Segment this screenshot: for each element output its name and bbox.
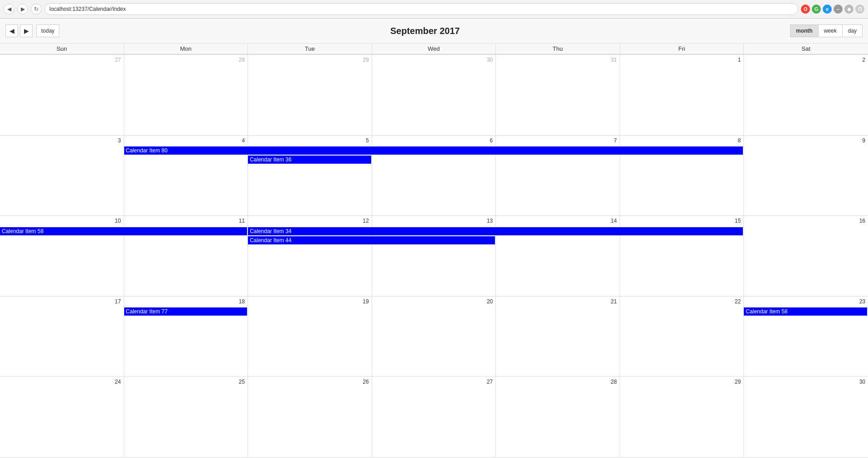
calendar-nav: ◀ ▶ [5, 24, 33, 37]
calendar-event[interactable]: Calendar Item 58 [0, 227, 247, 235]
calendar-cell[interactable]: 22 [620, 297, 744, 377]
browser-icon-ext2: e [823, 5, 832, 14]
calendar-cell[interactable]: 30 [744, 377, 868, 458]
calendar-cell[interactable]: 29 [248, 55, 372, 136]
calendar-cell[interactable]: 24 [0, 377, 124, 458]
calendar-date-number: 17 [2, 297, 122, 307]
calendar-date-number: 28 [126, 56, 246, 65]
browser-icon-ext4: ◆ [844, 5, 853, 14]
browser-icon-ext5: ⏱ [855, 5, 864, 14]
calendar-prev-button[interactable]: ◀ [5, 24, 18, 37]
calendar-cell[interactable]: 1 [620, 55, 744, 136]
calendar-cell[interactable]: 20 [372, 297, 496, 377]
calendar-event[interactable]: Calendar Item 80 [124, 146, 743, 155]
calendar-date-number: 10 [2, 217, 122, 226]
calendar-header: ◀ ▶ today September 2017 month week day [0, 19, 868, 44]
calendar-date-number: 18 [126, 297, 246, 307]
calendar-cell[interactable]: 26 [248, 377, 372, 458]
calendar-day-view-button[interactable]: day [842, 24, 863, 37]
calendar-date-number: 26 [250, 378, 370, 387]
browser-icons: O G e – ◆ ⏱ [801, 5, 864, 14]
calendar-cell[interactable]: 30 [372, 55, 496, 136]
calendar-date-number: 29 [622, 378, 742, 387]
calendar-cell[interactable]: 27 [372, 377, 496, 458]
calendar-next-button[interactable]: ▶ [20, 24, 33, 37]
calendar-cell[interactable]: 21 [496, 297, 620, 377]
day-name-fri: Fri [620, 44, 744, 54]
calendar-title: September 2017 [59, 26, 790, 36]
calendar-date-number: 27 [2, 56, 122, 65]
calendar-cell[interactable]: 29 [620, 377, 744, 458]
calendar-date-number: 19 [250, 297, 370, 307]
calendar-date-number: 22 [622, 297, 742, 307]
calendar-event[interactable]: Calendar Item 34 [248, 227, 743, 235]
calendar-today-button[interactable]: today [36, 24, 59, 37]
calendar-date-number: 30 [374, 56, 494, 65]
calendar-cell[interactable]: 31 [496, 55, 620, 136]
calendar-date-number: 11 [126, 217, 246, 226]
calendar-event[interactable]: Calendar Item 36 [248, 156, 371, 164]
calendar-event[interactable]: Calendar Item 44 [248, 236, 495, 244]
calendar-date-number: 5 [250, 136, 370, 146]
calendar-date-number: 21 [498, 297, 618, 307]
calendar-date-number: 15 [622, 217, 742, 226]
calendar-month-view-button[interactable]: month [790, 24, 819, 37]
calendar-cell[interactable]: 25 [124, 377, 248, 458]
browser-forward-button[interactable]: ▶ [17, 4, 28, 15]
calendar-date-number: 6 [374, 136, 494, 146]
calendar-cell[interactable]: 28 [496, 377, 620, 458]
calendar-date-number: 29 [250, 56, 370, 65]
calendar-date-number: 12 [250, 217, 370, 226]
browser-icon-ext3: – [834, 5, 843, 14]
calendar-date-number: 20 [374, 297, 494, 307]
browser-address-bar[interactable]: localhost:13237/Calendar/Index [44, 3, 798, 15]
calendar-date-number: 27 [374, 378, 494, 387]
calendar-cell[interactable]: 17 [0, 297, 124, 377]
calendar-date-number: 7 [498, 136, 618, 146]
calendar-date-number: 8 [622, 136, 742, 146]
browser-icon-opera: O [801, 5, 810, 14]
browser-icon-ext1: G [812, 5, 821, 14]
calendar-date-number: 24 [2, 378, 122, 387]
day-name-mon: Mon [124, 44, 248, 54]
calendar-event[interactable]: Calendar Item 58 [744, 307, 867, 316]
calendar-date-number: 23 [746, 297, 866, 307]
calendar-date-number: 30 [746, 378, 866, 387]
calendar-cell[interactable]: 16 [744, 216, 868, 297]
calendar-date-number: 9 [746, 136, 866, 146]
calendar-date-number: 14 [498, 217, 618, 226]
calendar-grid: 2728293031123456789101112131415161718192… [0, 54, 868, 458]
calendar-cell[interactable]: 28 [124, 55, 248, 136]
calendar-date-number: 3 [2, 136, 122, 146]
calendar-cell[interactable]: 9 [744, 136, 868, 216]
calendar-date-number: 16 [746, 217, 866, 226]
browser-toolbar: ◀ ▶ ↻ localhost:13237/Calendar/Index O G… [0, 0, 868, 18]
browser-back-button[interactable]: ◀ [4, 4, 15, 15]
calendar-date-number: 2 [746, 56, 866, 65]
calendar-date-number: 13 [374, 217, 494, 226]
day-name-sat: Sat [744, 44, 868, 54]
calendar-event[interactable]: Calendar Item 77 [124, 307, 247, 316]
calendar-day-names-header: Sun Mon Tue Wed Thu Fri Sat [0, 44, 868, 54]
day-name-wed: Wed [372, 44, 496, 54]
calendar-date-number: 1 [622, 56, 742, 65]
calendar-date-number: 31 [498, 56, 618, 65]
calendar-date-number: 4 [126, 136, 246, 146]
day-name-sun: Sun [0, 44, 124, 54]
day-name-thu: Thu [496, 44, 620, 54]
calendar-cell[interactable]: 2 [744, 55, 868, 136]
browser-reload-button[interactable]: ↻ [31, 4, 42, 15]
calendar-week-view-button[interactable]: week [818, 24, 843, 37]
calendar-cell[interactable]: 19 [248, 297, 372, 377]
calendar-cell[interactable]: 3 [0, 136, 124, 216]
calendar-date-number: 28 [498, 378, 618, 387]
calendar-date-number: 25 [126, 378, 246, 387]
browser-chrome: ◀ ▶ ↻ localhost:13237/Calendar/Index O G… [0, 0, 868, 19]
calendar-view-buttons: month week day [790, 24, 863, 37]
day-name-tue: Tue [248, 44, 372, 54]
address-url: localhost:13237/Calendar/Index [49, 6, 126, 12]
calendar-cell[interactable]: 27 [0, 55, 124, 136]
